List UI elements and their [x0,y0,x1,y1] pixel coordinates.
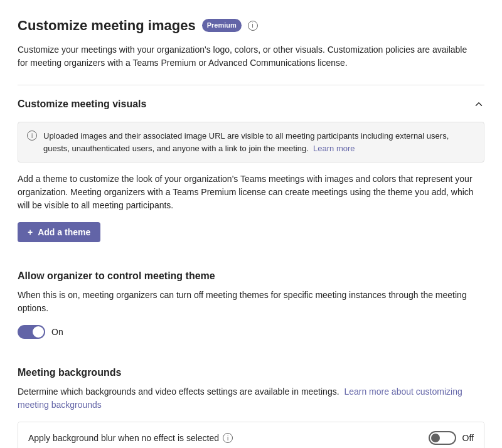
page-description: Customize your meetings with your organi… [18,43,469,70]
page-info-icon[interactable]: i [248,21,258,31]
blur-info-icon[interactable]: i [223,433,233,443]
backgrounds-description: Determine which backgrounds and video ef… [18,385,482,412]
add-theme-button[interactable]: + Add a theme [18,222,100,242]
organizer-toggle-label: On [51,326,63,339]
section-backgrounds: Meeting backgrounds Determine which back… [18,354,484,448]
row-right-blur: Off [429,431,474,445]
info-box-text: Uploaded images and their associated ima… [43,130,475,154]
blur-toggle[interactable] [429,431,456,445]
page-header: Customize meeting images Premium i [18,15,484,36]
page-title: Customize meeting images [18,15,196,36]
info-box-icon: i [27,131,37,141]
section-customize-visuals: Customize meeting visuals i Uploaded ima… [18,85,484,242]
section-backgrounds-title: Meeting backgrounds [18,365,484,380]
section-organizer-title: Allow organizer to control meeting theme [18,269,484,284]
backgrounds-settings-table: Apply background blur when no effect is … [18,422,484,448]
visuals-description: Add a theme to customize the look of you… [18,173,482,212]
blur-toggle-label: Off [462,432,474,445]
premium-badge: Premium [202,19,242,32]
info-box-link[interactable]: Learn more [313,144,355,153]
organizer-description: When this is on, meeting organizers can … [18,289,482,315]
blur-label: Apply background blur when no effect is … [28,432,219,445]
row-left-blur: Apply background blur when no effect is … [28,432,233,445]
table-row: Apply background blur when no effect is … [18,422,484,448]
plus-icon: + [28,227,33,237]
section-visuals-title: Customize meeting visuals [18,97,146,112]
chevron-up-icon[interactable] [473,99,484,110]
organizer-toggle[interactable] [18,325,45,339]
add-theme-label: Add a theme [38,227,90,237]
section-visuals-header: Customize meeting visuals [18,97,484,112]
section-organizer: Allow organizer to control meeting theme… [18,257,484,339]
info-box: i Uploaded images and their associated i… [18,122,484,163]
organizer-toggle-row: On [18,325,484,339]
